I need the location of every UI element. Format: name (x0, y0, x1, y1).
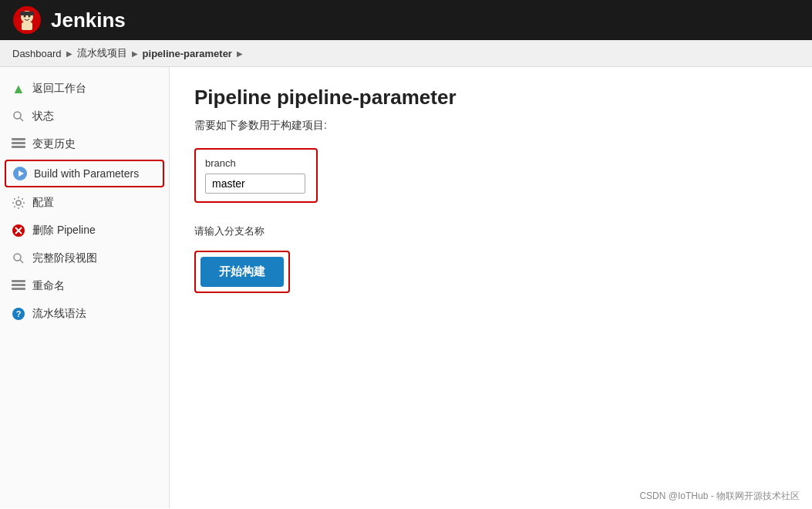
sidebar-history-label: 变更历史 (32, 137, 76, 151)
arrow-up-icon: ▲ (11, 81, 26, 96)
svg-rect-10 (12, 146, 25, 148)
sidebar-delete-label: 删除 Pipeline (32, 224, 96, 238)
rename-icon (11, 278, 26, 294)
sidebar-config-label: 配置 (32, 196, 54, 210)
sidebar-item-build-with-params[interactable]: Build with Parameters (5, 160, 164, 187)
breadcrumb-sep-3: ▶ (237, 49, 243, 58)
sidebar: ▲ 返回工作台 状态 变更历史 Build with Parameters (0, 67, 170, 508)
help-icon: ? (11, 306, 26, 322)
breadcrumb-dashboard[interactable]: Dashboard (12, 48, 62, 59)
branch-input[interactable] (205, 174, 305, 194)
svg-rect-19 (12, 280, 25, 282)
sidebar-item-back[interactable]: ▲ 返回工作台 (0, 75, 169, 103)
sidebar-item-pipeline-syntax[interactable]: ? 流水线语法 (0, 300, 169, 328)
layout: ▲ 返回工作台 状态 变更历史 Build with Parameters (0, 67, 812, 508)
param-block: branch (194, 148, 318, 203)
param-hint: 请输入分支名称 (194, 224, 787, 238)
history-icon (11, 137, 26, 152)
svg-point-17 (14, 254, 21, 261)
sidebar-status-label: 状态 (32, 110, 54, 123)
sidebar-pipeline-syntax-label: 流水线语法 (32, 307, 86, 321)
delete-icon (11, 223, 26, 238)
breadcrumb-pipeline-project[interactable]: 流水线项目 (77, 46, 127, 60)
param-description-area (196, 215, 787, 218)
svg-point-13 (16, 201, 21, 205)
breadcrumb-current: pipeline-parameter (143, 48, 232, 59)
svg-rect-8 (12, 138, 25, 140)
build-button[interactable]: 开始构建 (200, 257, 284, 287)
svg-rect-20 (12, 284, 25, 286)
svg-text:?: ? (16, 309, 22, 319)
breadcrumb-sep-2: ▶ (132, 49, 138, 58)
full-stage-icon (11, 251, 26, 266)
search-icon (11, 109, 26, 124)
header: Jenkins (0, 0, 812, 40)
sidebar-item-rename[interactable]: 重命名 (0, 272, 169, 300)
svg-line-7 (20, 118, 23, 121)
breadcrumb: Dashboard ▶ 流水线项目 ▶ pipeline-parameter ▶ (0, 40, 812, 67)
sidebar-item-config[interactable]: 配置 (0, 189, 169, 217)
subtitle: 需要如下参数用于构建项目: (194, 119, 787, 133)
jenkins-logo-icon (12, 5, 42, 35)
page-title: Pipeline pipeline-parameter (194, 86, 787, 110)
build-button-wrapper: 开始构建 (194, 251, 290, 293)
svg-rect-5 (20, 12, 34, 15)
param-label: branch (205, 157, 307, 169)
sidebar-back-label: 返回工作台 (32, 82, 86, 96)
sidebar-item-delete[interactable]: 删除 Pipeline (0, 217, 169, 244)
sidebar-build-params-label: Build with Parameters (34, 167, 139, 180)
main-content: Pipeline pipeline-parameter 需要如下参数用于构建项目… (170, 67, 812, 508)
sidebar-item-history[interactable]: 变更历史 (0, 130, 169, 158)
svg-rect-21 (12, 288, 25, 290)
svg-rect-2 (22, 22, 32, 30)
svg-rect-9 (12, 142, 25, 144)
sidebar-item-full-stage[interactable]: 完整阶段视图 (0, 244, 169, 272)
svg-point-6 (14, 112, 21, 119)
svg-line-18 (20, 260, 23, 263)
breadcrumb-sep-1: ▶ (66, 49, 72, 58)
sidebar-item-status[interactable]: 状态 (0, 103, 169, 130)
gear-icon (11, 195, 26, 211)
jenkins-title: Jenkins (51, 8, 126, 32)
sidebar-full-stage-label: 完整阶段视图 (32, 251, 97, 265)
sidebar-rename-label: 重命名 (32, 279, 65, 293)
footer-watermark: CSDN @IoTHub - 物联网开源技术社区 (639, 490, 800, 503)
build-params-icon (12, 166, 28, 181)
